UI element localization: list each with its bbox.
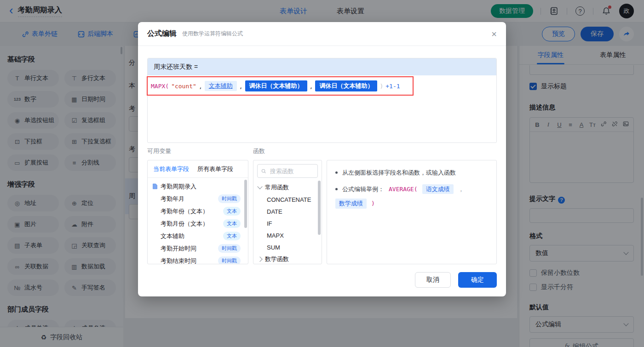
example-comma: ，	[458, 185, 464, 194]
formula-operators: +1-1	[385, 83, 400, 90]
variables-panel: 当前表单字段 所有表单字段 考勤周期录入 考勤年月时间戳 考勤年份（文本）文本 …	[147, 160, 248, 264]
variables-list: 考勤周期录入 考勤年月时间戳 考勤年份（文本）文本 考勤月份（文本）文本 文本辅…	[148, 178, 248, 264]
formula-function: MAPX(	[151, 83, 169, 90]
tab-current-form-fields[interactable]: 当前表单字段	[153, 165, 189, 173]
type-badge: 时间戳	[218, 256, 241, 264]
tip-example: 公式编辑举例： AVERAGE( 语文成绩 ， 数学成绩 )	[335, 184, 488, 209]
formula-comma: ,	[310, 83, 313, 90]
search-icon	[261, 168, 266, 174]
variables-scrollbar[interactable]	[244, 180, 247, 228]
type-badge: 时间戳	[218, 194, 241, 203]
function-group-math[interactable]: 数学函数	[253, 253, 322, 264]
variable-item[interactable]: 考勤月份（文本）文本	[148, 217, 248, 230]
formula-comma: ,	[239, 83, 243, 90]
variables-label: 可用变量	[147, 147, 171, 155]
document-icon	[152, 183, 158, 189]
type-badge: 文本	[223, 207, 241, 216]
variables-tabs: 当前表单字段 所有表单字段	[148, 160, 248, 178]
cancel-button[interactable]: 取消	[415, 272, 451, 288]
formula-field-tag-selected[interactable]: 调休日（文本辅助）	[315, 80, 377, 91]
formula-field-tag[interactable]: 文本辅助	[205, 81, 237, 91]
formula-field-tag-selected[interactable]: 调休日（文本辅助）	[245, 80, 307, 91]
variable-item[interactable]: 文本辅助文本	[148, 230, 248, 242]
formula-comma: ,	[199, 83, 202, 90]
bullet	[335, 171, 338, 174]
example-function: AVERAGE(	[389, 185, 418, 194]
variables-root[interactable]: 考勤周期录入	[148, 180, 248, 193]
bullet	[335, 188, 338, 190]
formula-string: "count"	[171, 83, 196, 90]
example-field-tag: 数学成绩	[335, 199, 367, 209]
app-root: ‹ 考勤周期录入 表单设计 表单设置 数据管理 ?	[0, 0, 644, 347]
modal-subtitle: 使用数学运算符编辑公式	[182, 30, 243, 38]
functions-scrollbar[interactable]	[318, 181, 321, 235]
example-close-paren: )	[371, 199, 375, 208]
variable-item[interactable]: 考勤年月时间戳	[148, 193, 248, 205]
tab-all-form-fields[interactable]: 所有表单字段	[197, 165, 233, 173]
function-item[interactable]: CONCATENATE	[253, 193, 322, 205]
modal-header: 公式编辑 使用数学运算符编辑公式 ×	[138, 22, 506, 46]
function-search	[257, 164, 318, 178]
variable-item[interactable]: 考勤结束时间时间戳	[148, 255, 248, 264]
formula-target: 周末还班天数 =	[148, 58, 496, 75]
formula-paren: )	[380, 83, 383, 90]
function-group-common[interactable]: 常用函数	[253, 182, 322, 193]
type-badge: 文本	[223, 232, 241, 240]
function-item[interactable]: DATE	[253, 205, 322, 217]
functions-label: 函数	[253, 147, 265, 155]
tip-line: 从左侧面板选择字段名和函数，或输入函数	[335, 168, 488, 177]
example-field-tag: 语文成绩	[422, 184, 454, 194]
type-badge: 时间戳	[218, 244, 241, 253]
variable-item[interactable]: 考勤开始时间时间戳	[148, 242, 248, 255]
search-input[interactable]	[269, 167, 314, 175]
chevron-down-icon	[257, 184, 262, 189]
modal-title: 公式编辑	[147, 29, 177, 39]
tips-panel: 从左侧面板选择字段名和函数，或输入函数 公式编辑举例： AVERAGE( 语文成…	[327, 160, 497, 264]
chevron-right-icon	[257, 256, 262, 262]
modal-footer: 取消 确定	[415, 272, 497, 288]
formula-box: 周末还班天数 = MAPX( "count" , 文本辅助 , 调休日（文本辅助…	[147, 58, 497, 143]
close-icon[interactable]: ×	[491, 29, 497, 39]
formula-expression[interactable]: MAPX( "count" , 文本辅助 , 调休日（文本辅助） , 调休日（文…	[147, 76, 414, 96]
function-item[interactable]: MAPX	[253, 229, 322, 241]
formula-editor-modal: 公式编辑 使用数学运算符编辑公式 × 周末还班天数 = MAPX( "count…	[138, 22, 506, 296]
variable-item[interactable]: 考勤年份（文本）文本	[148, 205, 248, 217]
functions-panel: 常用函数 CONCATENATE DATE IF MAPX SUM 数学函数 文…	[253, 160, 322, 264]
confirm-button[interactable]: 确定	[458, 272, 497, 288]
type-badge: 文本	[223, 219, 241, 228]
function-item[interactable]: SUM	[253, 241, 322, 253]
function-item[interactable]: IF	[253, 217, 322, 229]
